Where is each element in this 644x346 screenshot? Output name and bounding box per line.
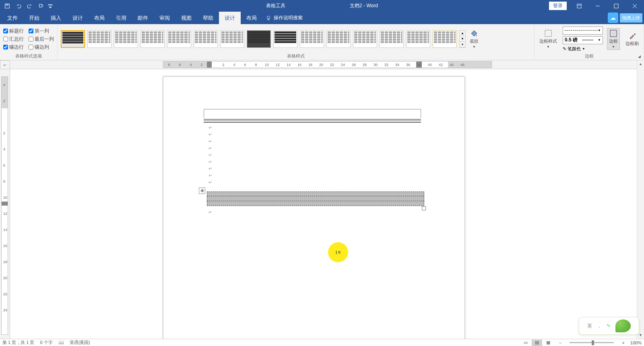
tab-file[interactable]: 文件 (2, 12, 23, 24)
upload-widget[interactable]: ☁ 拖拽上传 (608, 12, 642, 23)
read-mode-button[interactable]: ▭ (520, 340, 531, 346)
tab-insert[interactable]: 插入 (45, 12, 67, 24)
line-style-combo[interactable]: ▼ (563, 27, 603, 35)
ime-punct: ， (597, 323, 602, 330)
style-thumb-12[interactable] (380, 30, 404, 48)
table-row[interactable] (207, 196, 424, 201)
borders-dialog-launcher[interactable]: ◢ (638, 54, 643, 59)
vruler-tick: 8 (3, 179, 5, 183)
zoom-in-button[interactable]: + (622, 340, 624, 345)
table-2-selected[interactable]: ✥ (207, 192, 424, 206)
pen-color-button[interactable]: ✎ 笔颜色 ▼ (563, 46, 603, 52)
tab-design[interactable]: 设计 (67, 12, 89, 24)
border-painter-button[interactable]: 边框刷 (624, 31, 640, 47)
borders-button[interactable]: 边框 ▼ (607, 28, 620, 50)
status-bar: 第 1 页，共 1 页 0 个字 📖 英语(美国) ▭ ▤ ▦ − + 100% (0, 339, 644, 346)
style-thumb-8[interactable] (273, 30, 297, 48)
tab-layout[interactable]: 布局 (89, 12, 110, 24)
gallery-down-button[interactable]: ▼ (460, 36, 465, 42)
horizontal-ruler[interactable]: 8642246810121416182022242628303234363840… (10, 60, 637, 69)
style-thumb-9[interactable] (300, 30, 324, 48)
ime-indicator[interactable]: 英 ， ✎ (579, 317, 639, 335)
contextual-tab-label: 表格工具 (266, 2, 285, 9)
undo-button[interactable] (14, 1, 23, 11)
check-first-col[interactable]: 第一列 (29, 28, 54, 35)
ruler-tick: 42 (439, 63, 443, 67)
style-thumb-11[interactable] (353, 30, 377, 48)
table-row[interactable] (207, 192, 424, 196)
tab-help[interactable]: 帮助 (197, 12, 219, 24)
ruler-corner[interactable]: ⌐ (0, 60, 10, 69)
language-status[interactable]: 英语(美国) (70, 340, 90, 346)
tell-me-search[interactable]: 操作说明搜索 (266, 12, 303, 24)
style-thumb-13[interactable] (406, 30, 430, 48)
vertical-ruler[interactable]: 4224681012141618202224 (0, 69, 10, 339)
tab-references[interactable]: 引用 (110, 12, 132, 24)
zoom-slider[interactable] (570, 342, 614, 343)
redo-button[interactable] (25, 1, 35, 11)
style-thumb-4[interactable] (167, 30, 191, 48)
tab-table-design[interactable]: 设计 (219, 12, 241, 24)
spellcheck-icon[interactable]: 📖 (58, 340, 64, 345)
gallery-more-button[interactable]: ▾ (460, 42, 465, 47)
style-thumb-6[interactable] (220, 30, 244, 48)
ruler-tick: 34 (395, 63, 399, 67)
group-borders: 边框样式 ▼ ▼ 0.5 磅 ▼ ✎ 笔颜色 ▼ (535, 24, 644, 60)
style-thumb-2[interactable] (114, 30, 138, 48)
gallery-spinner: ▲ ▼ ▾ (459, 30, 466, 48)
zoom-value[interactable]: 100% (630, 340, 642, 345)
svg-rect-4 (614, 4, 618, 8)
style-thumb-0[interactable] (61, 30, 85, 48)
border-style-button[interactable]: 边框样式 ▼ (538, 29, 559, 49)
check-total-row[interactable]: 汇总行 (3, 36, 24, 43)
style-thumb-10[interactable] (326, 30, 351, 48)
style-thumb-1[interactable] (87, 30, 111, 48)
check-banded-row[interactable]: 镶边行 (3, 44, 24, 51)
table-1[interactable] (204, 109, 421, 124)
page-count[interactable]: 第 1 页，共 1 页 (2, 340, 34, 346)
check-banded-col[interactable]: 镶边列 (29, 44, 54, 51)
word-count[interactable]: 0 个字 (40, 340, 52, 346)
shading-button[interactable]: 底纹 ▼ (468, 29, 480, 49)
title-bar: 表格工具 文档2 - Word 登录 (0, 0, 644, 12)
ruler-tick: 36 (406, 63, 410, 67)
line-width-combo[interactable]: 0.5 磅 ▼ (563, 36, 603, 44)
vruler-tick: 20 (3, 276, 7, 280)
document-canvas[interactable]: ↵↵↵↵↵ ↵↵↵↵ ✥ ↵ I ≡ (10, 69, 637, 339)
tab-mailings[interactable]: 邮件 (132, 12, 154, 24)
style-thumb-7[interactable] (247, 30, 271, 48)
table-resize-handle[interactable] (422, 206, 426, 210)
close-button[interactable] (625, 0, 644, 12)
line-width-preview (582, 40, 593, 40)
table-row[interactable] (207, 201, 424, 206)
gallery-up-button[interactable]: ▲ (460, 31, 465, 36)
save-button[interactable] (2, 1, 12, 11)
ribbon-display-button[interactable] (570, 0, 588, 12)
cloud-upload-icon: ☁ (608, 12, 618, 23)
vertical-scrollbar[interactable]: ▲ ▼ (637, 60, 644, 339)
login-button[interactable]: 登录 (549, 2, 567, 10)
lightbulb-icon (266, 15, 271, 21)
qat-more-button[interactable] (47, 1, 53, 11)
minimize-button[interactable] (588, 0, 607, 12)
print-layout-button[interactable]: ▤ (532, 340, 542, 346)
tab-view[interactable]: 视图 (175, 12, 197, 24)
ruler-tick: 30 (374, 63, 378, 67)
tab-review[interactable]: 审阅 (154, 12, 175, 24)
scroll-up-button[interactable]: ▲ (637, 60, 644, 68)
customize-qat-button[interactable] (36, 1, 46, 11)
paragraph-marks: ↵↵↵↵↵ ↵↵↵↵ (208, 125, 212, 187)
maximize-button[interactable] (607, 0, 625, 12)
web-layout-button[interactable]: ▦ (543, 340, 553, 346)
check-last-col[interactable]: 最后一列 (29, 36, 54, 43)
style-thumb-3[interactable] (140, 30, 165, 48)
check-header-row[interactable]: 标题行 (3, 28, 24, 35)
tab-table-layout[interactable]: 布局 (241, 12, 262, 24)
style-thumb-5[interactable] (194, 30, 218, 48)
style-thumb-14[interactable] (433, 30, 457, 48)
ruler-tick: 16 (297, 63, 301, 67)
zoom-out-button[interactable]: − (559, 340, 561, 345)
tab-home[interactable]: 开始 (23, 12, 45, 24)
table-move-handle[interactable]: ✥ (199, 187, 205, 194)
svg-rect-3 (577, 4, 581, 8)
